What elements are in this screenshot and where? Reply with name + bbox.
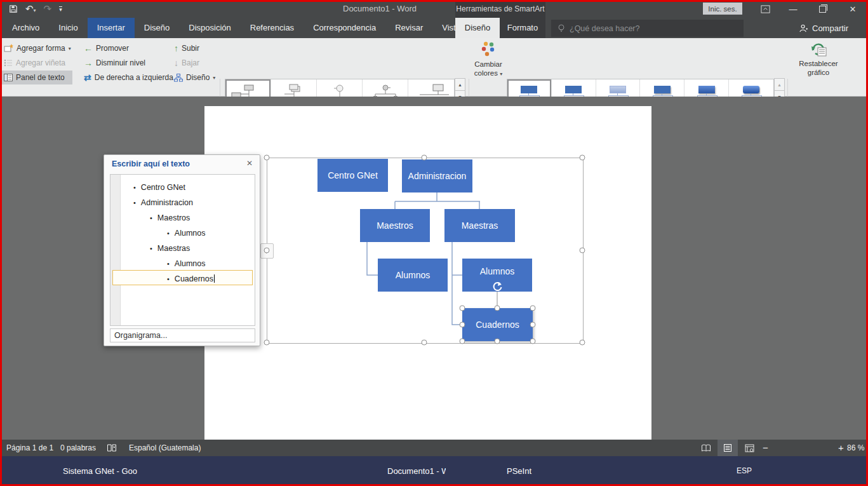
close-button[interactable]: ✕ bbox=[842, 0, 864, 18]
text-pane-icon bbox=[4, 74, 13, 81]
contextual-tab-header: Herramientas de SmartArt bbox=[455, 0, 545, 18]
minimize-button[interactable]: — bbox=[782, 0, 804, 18]
read-mode-icon[interactable] bbox=[696, 440, 716, 456]
text-pane-list[interactable]: •Centro GNet •Administracion •Maestros •… bbox=[110, 174, 255, 326]
reset-graphic-button[interactable]: Restablecer gráfico bbox=[791, 40, 846, 77]
tab-smartart-formato[interactable]: Formato bbox=[500, 18, 545, 38]
dropdown-caret: ▾ bbox=[500, 71, 502, 77]
language-indicator[interactable]: Español (Guatemala) bbox=[129, 440, 201, 456]
swap-arrows-icon: ⇄ bbox=[84, 73, 91, 82]
org-layout-button[interactable]: Diseño▾ bbox=[171, 71, 218, 84]
bullet-icon: • bbox=[167, 275, 170, 283]
smartart-node-maestros[interactable]: Maestros bbox=[360, 209, 430, 242]
list-item-selected[interactable]: •Cuadernos bbox=[167, 271, 215, 287]
smartart-node-maestras[interactable]: Maestras bbox=[444, 209, 515, 242]
tab-insertar[interactable]: Insertar bbox=[88, 18, 135, 38]
tab-referencias[interactable]: Referencias bbox=[241, 18, 304, 38]
add-shape-button[interactable]: Agregar forma▾ bbox=[1, 41, 74, 55]
text-pane-gutter bbox=[110, 175, 121, 325]
dropdown-caret: ▾ bbox=[69, 46, 71, 51]
resize-handle[interactable] bbox=[422, 340, 427, 346]
text-pane-toggle-button[interactable]: Panel de texto bbox=[1, 71, 72, 84]
language-tray-button[interactable]: ESP bbox=[737, 456, 752, 486]
resize-handle[interactable] bbox=[422, 155, 427, 161]
zoom-out-button[interactable]: − bbox=[763, 440, 768, 456]
zoom-in-button[interactable]: + bbox=[838, 440, 844, 456]
print-layout-icon[interactable] bbox=[718, 440, 738, 456]
page-indicator[interactable]: Página 1 de 1 bbox=[6, 440, 53, 456]
move-up-button[interactable]: ↑Subir bbox=[171, 41, 202, 55]
add-shape-icon bbox=[4, 44, 13, 53]
bullet-list-icon bbox=[4, 59, 13, 67]
resize-handle[interactable] bbox=[264, 248, 270, 253]
save-icon[interactable] bbox=[9, 4, 18, 13]
resize-handle[interactable] bbox=[264, 340, 270, 346]
chrome-window-label[interactable]: Sistema GNet - Goo bbox=[63, 456, 137, 486]
shape-handle[interactable] bbox=[530, 339, 536, 344]
tab-inicio[interactable]: Inicio bbox=[49, 18, 87, 38]
title-bar: ↶▾ ↷ ▾ Documento1 - Word Herramientas de… bbox=[0, 0, 868, 18]
smartart-node-administracion[interactable]: Administracion bbox=[402, 159, 472, 192]
tab-archivo[interactable]: Archivo bbox=[3, 18, 49, 38]
resize-handle[interactable] bbox=[264, 155, 270, 161]
tab-disposicion[interactable]: Disposición bbox=[179, 18, 240, 38]
bullet-icon: • bbox=[133, 199, 136, 206]
list-item[interactable]: •Alumnos bbox=[167, 226, 206, 241]
gallery-scroll-up-icon[interactable]: ▲ bbox=[455, 78, 465, 91]
arrow-left-icon: ← bbox=[84, 44, 93, 53]
close-icon[interactable]: ✕ bbox=[246, 159, 253, 168]
demote-button[interactable]: →Disminuir nivel bbox=[81, 56, 148, 70]
shape-handle[interactable] bbox=[530, 322, 536, 328]
pseint-label[interactable]: PSeInt bbox=[507, 456, 531, 486]
zoom-percentage[interactable]: 86 % bbox=[847, 440, 864, 456]
shape-handle[interactable] bbox=[495, 306, 500, 311]
smartart-node-alumnos-1[interactable]: Alumnos bbox=[378, 259, 448, 292]
list-item[interactable]: •Administracion bbox=[133, 195, 193, 210]
color-dots-icon bbox=[480, 41, 497, 57]
redo-icon[interactable]: ↷ bbox=[44, 3, 52, 15]
restore-button[interactable] bbox=[811, 0, 833, 18]
shape-handle[interactable] bbox=[530, 306, 536, 311]
list-item[interactable]: •Maestros bbox=[150, 210, 190, 226]
undo-icon[interactable]: ↶▾ bbox=[25, 3, 36, 15]
list-item[interactable]: •Maestras bbox=[150, 241, 190, 256]
status-bar: Página 1 de 1 0 palabras Español (Guatem… bbox=[0, 440, 868, 456]
ribbon: Agregar forma▾ Agregar viñeta Panel de t… bbox=[0, 38, 868, 97]
tab-correspondencia[interactable]: Correspondencia bbox=[304, 18, 385, 38]
customize-qat-icon[interactable]: ▾ bbox=[59, 6, 62, 12]
shape-handle[interactable] bbox=[460, 322, 465, 328]
ribbon-display-options-button[interactable] bbox=[754, 0, 776, 18]
rotate-handle-icon[interactable] bbox=[491, 281, 503, 292]
shape-handle[interactable] bbox=[495, 339, 500, 344]
list-item[interactable]: •Centro GNet bbox=[133, 180, 185, 195]
tell-me-search-input[interactable]: ¿Qué desea hacer? bbox=[551, 20, 744, 37]
bullet-icon: • bbox=[167, 229, 170, 237]
smartart-node-cuadernos[interactable]: Cuadernos bbox=[462, 308, 533, 341]
person-icon bbox=[799, 24, 808, 33]
quick-access-toolbar: ↶▾ ↷ ▾ bbox=[9, 3, 62, 15]
smartart-node-centro-gnet[interactable]: Centro GNet bbox=[317, 159, 388, 192]
sign-in-button[interactable]: Inic. ses. bbox=[703, 3, 742, 15]
proofing-icon[interactable] bbox=[107, 443, 117, 454]
text-cursor bbox=[214, 274, 215, 283]
change-colors-button[interactable]: Cambiar colores ▾ bbox=[471, 41, 506, 79]
word-count[interactable]: 0 palabras bbox=[60, 440, 96, 456]
arrow-down-icon: ↓ bbox=[174, 58, 178, 67]
list-item[interactable]: •Alumnos bbox=[167, 256, 206, 271]
reset-graphic-icon bbox=[809, 40, 828, 58]
web-layout-icon[interactable] bbox=[739, 440, 759, 456]
shape-handle[interactable] bbox=[460, 306, 465, 311]
share-button[interactable]: Compartir bbox=[799, 18, 848, 38]
word-window-label[interactable]: Documento1 - Wo bbox=[387, 456, 446, 486]
right-to-left-button[interactable]: ⇄De derecha a izquierda bbox=[81, 71, 176, 84]
resize-handle[interactable] bbox=[580, 248, 585, 253]
shape-handle[interactable] bbox=[460, 339, 465, 344]
gallery-scroll-up-icon[interactable]: ▲ bbox=[774, 78, 785, 91]
promote-button[interactable]: ←Promover bbox=[81, 41, 131, 55]
tab-diseno[interactable]: Diseño bbox=[135, 18, 179, 38]
tab-smartart-diseno[interactable]: Diseño bbox=[455, 18, 500, 38]
tab-revisar[interactable]: Revisar bbox=[385, 18, 432, 38]
resize-handle[interactable] bbox=[580, 340, 585, 346]
arrow-up-icon: ↑ bbox=[174, 44, 178, 53]
resize-handle[interactable] bbox=[580, 155, 585, 161]
